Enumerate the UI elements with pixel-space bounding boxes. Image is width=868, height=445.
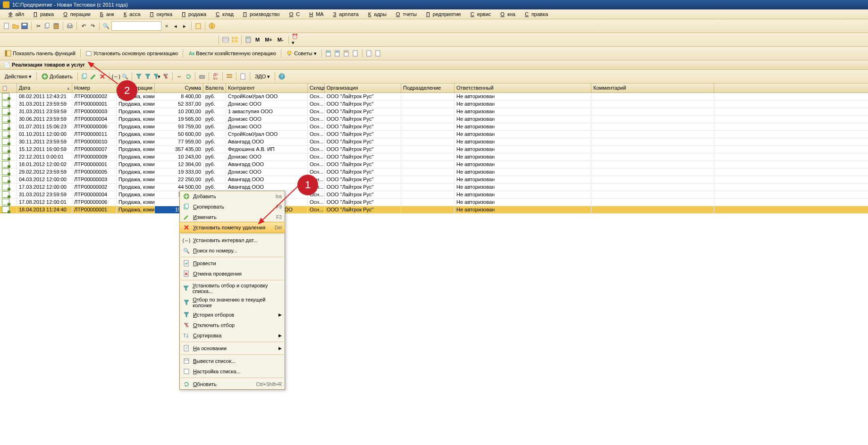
undo-icon[interactable]: ↶: [80, 22, 87, 30]
base-on-icon[interactable]: [239, 73, 247, 80]
filter-icon[interactable]: [135, 73, 143, 80]
memory-mminus[interactable]: М-: [276, 36, 286, 43]
table-row[interactable]: 30.11.2011 23:59:59ЛТР00000010Продажа, к…: [0, 138, 868, 146]
ctx-off[interactable]: Отключить отбор: [180, 320, 285, 330]
add-button[interactable]: Добавить: [40, 72, 75, 81]
menu-продажа[interactable]: Продажа: [176, 10, 209, 18]
edit-doc-icon[interactable]: [90, 73, 97, 80]
filter-hist-icon[interactable]: ▾: [153, 73, 160, 80]
grid-body[interactable]: 08.02.2011 12:43:21ЛТР00000002Продажа, к…: [0, 93, 868, 214]
table-row[interactable]: 17.08.2012 12:00:01ЛТР00000006Продажа, к…: [0, 199, 868, 206]
open-icon[interactable]: [12, 22, 19, 30]
report3-icon[interactable]: [343, 50, 350, 57]
help2-icon[interactable]: ?: [278, 73, 286, 80]
search-num-icon[interactable]: 🔍: [121, 73, 129, 80]
print-doc-icon[interactable]: [198, 73, 206, 80]
new-icon[interactable]: [3, 22, 10, 30]
menu-нма[interactable]: НМА: [303, 10, 326, 18]
help-icon[interactable]: i: [208, 22, 216, 30]
menu-файл[interactable]: Файл: [3, 10, 27, 18]
ctx-hist[interactable]: История отборов▶: [180, 310, 285, 320]
ctx-post[interactable]: Провести: [180, 258, 285, 269]
report2-icon[interactable]: [334, 50, 341, 57]
menu-производство[interactable]: Производство: [237, 10, 283, 18]
ctx-exp[interactable]: Вывести список...: [180, 356, 285, 366]
edo-button[interactable]: ЭДО ▾: [253, 73, 272, 81]
search-input[interactable]: [111, 21, 161, 31]
enter-op-button[interactable]: АкВвести хозяйственную операцию: [186, 49, 278, 58]
table-row[interactable]: 01.07.2011 15:06:23ЛТР00000006Продажа, к…: [0, 123, 868, 131]
ctx-sort[interactable]: Сортировка▶: [180, 330, 285, 341]
show-panel-button[interactable]: Показать панель функций: [3, 49, 77, 58]
menu-зарплата[interactable]: Зарплата: [328, 10, 362, 18]
menu-ос[interactable]: ОС: [284, 10, 303, 18]
search-clear-icon[interactable]: ×: [163, 22, 170, 30]
memory-m[interactable]: М: [253, 36, 261, 43]
ctx-ref[interactable]: ОбновитьCtrl+Shift+R: [180, 379, 285, 389]
col-header[interactable]: Комментарий: [591, 84, 714, 92]
report5-icon[interactable]: [365, 50, 373, 57]
col-header[interactable]: Ответственный: [455, 84, 591, 92]
menu-отчеты[interactable]: Отчеты: [390, 10, 420, 18]
report6-icon[interactable]: [374, 50, 382, 57]
table-row[interactable]: 04.03.2012 12:00:00ЛТР00000003Продажа, к…: [0, 176, 868, 184]
actions-button[interactable]: Действия ▾: [3, 73, 34, 81]
mark-delete-icon[interactable]: [99, 73, 106, 80]
ctx-add[interactable]: ДобавитьIns: [180, 191, 285, 202]
menu-склад[interactable]: Склад: [210, 10, 236, 18]
print-icon[interactable]: [66, 22, 74, 30]
redo-icon[interactable]: ↷: [89, 22, 96, 30]
table-row[interactable]: 29.02.2012 23:59:59ЛТР00000005Продажа, к…: [0, 168, 868, 176]
table-row[interactable]: 18.01.2012 12:00:02ЛТР00000001Продажа, к…: [0, 161, 868, 168]
clipboard-icon[interactable]: [194, 22, 202, 30]
search-next-icon[interactable]: ▸: [181, 22, 188, 30]
menu-касса[interactable]: Касса: [118, 10, 143, 18]
ctx-unpost[interactable]: Отмена проведения: [180, 269, 285, 279]
report1-icon[interactable]: [325, 50, 332, 57]
filter-col-icon[interactable]: [144, 73, 152, 80]
col-header[interactable]: Подразделение: [401, 84, 455, 92]
menu-покупка[interactable]: Покупка: [144, 10, 176, 18]
advice-button[interactable]: Советы ▾: [284, 49, 318, 58]
table-row[interactable]: 31.03.2012 23:59:59ЛТР00000004Продажа, к…: [0, 191, 868, 199]
table-row[interactable]: 15.12.2011 16:00:59ЛТР00000007Продажа, к…: [0, 146, 868, 153]
search-prev-icon[interactable]: ◂: [172, 22, 179, 30]
calculator-icon[interactable]: [244, 36, 252, 43]
col-header[interactable]: Контрагент: [226, 84, 308, 92]
table-row[interactable]: 31.03.2011 23:59:59ЛТР00000001Продажа, к…: [0, 101, 868, 108]
ctx-filtc[interactable]: Отбор по значению в текущей колонке: [180, 295, 285, 310]
ctx-date[interactable]: (↔)Установить интервал дат...: [180, 235, 285, 245]
ctx-srch[interactable]: 🔍Поиск по номеру...: [180, 245, 285, 256]
date-interval-icon[interactable]: (↔): [112, 73, 120, 80]
col-header[interactable]: 📋: [0, 84, 17, 92]
menu-правка[interactable]: Правка: [28, 10, 57, 18]
col-header[interactable]: Склад: [308, 84, 325, 92]
table-row[interactable]: 01.10.2011 12:00:00ЛТР00000011Продажа, к…: [0, 131, 868, 138]
refresh-icon[interactable]: [185, 73, 192, 80]
copy-doc-icon[interactable]: [81, 73, 88, 80]
col-header[interactable]: Дата ▴: [17, 84, 72, 92]
menu-сервис[interactable]: Сервис: [465, 10, 494, 18]
ctx-base[interactable]: На основании▶: [180, 343, 285, 353]
filter-off-icon[interactable]: [162, 73, 169, 80]
search-icon[interactable]: 🔍: [102, 22, 110, 30]
memory-mplus[interactable]: М+: [263, 36, 274, 43]
table-row[interactable]: 17.03.2012 12:00:00ЛТР00000002Продажа, к…: [0, 184, 868, 191]
col-header[interactable]: Номер: [72, 84, 117, 92]
menu-операции[interactable]: Операции: [58, 10, 93, 18]
grid-icon[interactable]: [231, 36, 238, 43]
menu-окна[interactable]: Окна: [495, 10, 518, 18]
table-row[interactable]: 30.06.2011 23:59:59ЛТР00000004Продажа, к…: [0, 116, 868, 123]
ctx-del[interactable]: Установить пометку удаленияDel: [179, 222, 285, 233]
paste-icon[interactable]: [52, 22, 60, 30]
copy-icon[interactable]: [43, 22, 51, 30]
table-row[interactable]: 31.03.2011 23:59:59ЛТР00000003Продажа, к…: [0, 108, 868, 116]
set-org-button[interactable]: Установить основную организацию: [84, 49, 180, 58]
structure-icon[interactable]: [226, 73, 233, 80]
menu-справка[interactable]: Справка: [519, 10, 551, 18]
reminder-icon[interactable]: ⏰▾: [292, 36, 299, 43]
list-icon[interactable]: [222, 36, 229, 43]
menu-кадры[interactable]: Кадры: [362, 10, 389, 18]
context-menu[interactable]: ДобавитьInsСкопироватьF9ИзменитьF2Устано…: [179, 191, 285, 390]
cut-icon[interactable]: ✂: [34, 22, 42, 30]
